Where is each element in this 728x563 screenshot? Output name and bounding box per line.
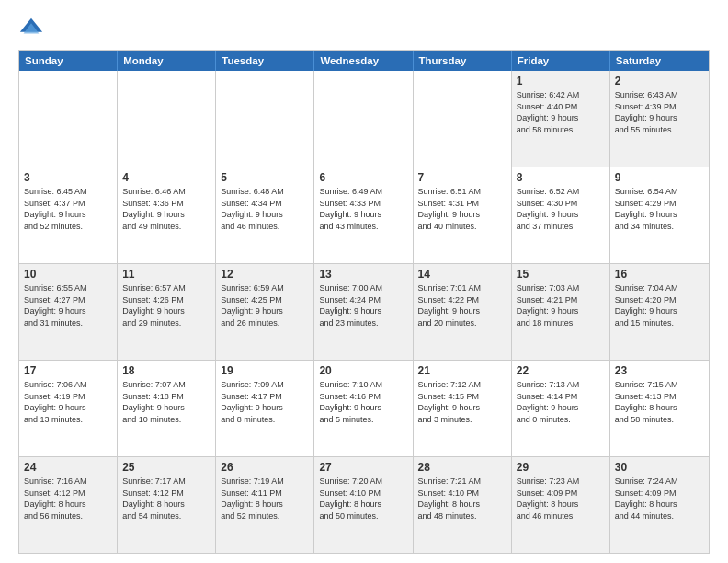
logo bbox=[18, 15, 48, 40]
cal-cell: 4Sunrise: 6:46 AM Sunset: 4:36 PM Daylig… bbox=[118, 167, 216, 263]
cal-cell: 30Sunrise: 7:24 AM Sunset: 4:09 PM Dayli… bbox=[610, 457, 709, 553]
cal-header-cell: Tuesday bbox=[216, 51, 314, 71]
cal-cell bbox=[118, 71, 216, 167]
cal-cell: 13Sunrise: 7:00 AM Sunset: 4:24 PM Dayli… bbox=[314, 264, 413, 360]
cal-cell: 29Sunrise: 7:23 AM Sunset: 4:09 PM Dayli… bbox=[512, 457, 610, 553]
cal-header-cell: Thursday bbox=[414, 51, 512, 71]
cell-content: Sunrise: 7:01 AM Sunset: 4:22 PM Dayligh… bbox=[418, 282, 506, 328]
day-number: 7 bbox=[418, 171, 506, 184]
day-number: 21 bbox=[418, 364, 506, 377]
cell-content: Sunrise: 7:23 AM Sunset: 4:09 PM Dayligh… bbox=[517, 476, 605, 522]
cell-content: Sunrise: 7:06 AM Sunset: 4:19 PM Dayligh… bbox=[24, 379, 112, 425]
day-number: 17 bbox=[24, 364, 112, 377]
day-number: 8 bbox=[517, 171, 605, 184]
cal-cell: 12Sunrise: 6:59 AM Sunset: 4:25 PM Dayli… bbox=[216, 264, 314, 360]
cal-cell: 1Sunrise: 6:42 AM Sunset: 4:40 PM Daylig… bbox=[512, 71, 610, 167]
cell-content: Sunrise: 7:17 AM Sunset: 4:12 PM Dayligh… bbox=[122, 476, 210, 522]
cal-row: 1Sunrise: 6:42 AM Sunset: 4:40 PM Daylig… bbox=[19, 71, 709, 167]
cal-cell: 28Sunrise: 7:21 AM Sunset: 4:10 PM Dayli… bbox=[414, 457, 512, 553]
cal-cell bbox=[216, 71, 314, 167]
logo-icon bbox=[18, 15, 44, 40]
cal-header-cell: Friday bbox=[512, 51, 610, 71]
cal-cell: 15Sunrise: 7:03 AM Sunset: 4:21 PM Dayli… bbox=[512, 264, 610, 360]
cal-cell: 27Sunrise: 7:20 AM Sunset: 4:10 PM Dayli… bbox=[314, 457, 413, 553]
day-number: 22 bbox=[517, 364, 605, 377]
cal-cell: 6Sunrise: 6:49 AM Sunset: 4:33 PM Daylig… bbox=[314, 167, 413, 263]
day-number: 9 bbox=[615, 171, 704, 184]
day-number: 14 bbox=[418, 268, 506, 281]
cal-cell: 23Sunrise: 7:15 AM Sunset: 4:13 PM Dayli… bbox=[610, 361, 709, 456]
cal-cell bbox=[414, 71, 512, 167]
cell-content: Sunrise: 6:55 AM Sunset: 4:27 PM Dayligh… bbox=[24, 282, 112, 328]
page: SundayMondayTuesdayWednesdayThursdayFrid… bbox=[0, 0, 728, 563]
cal-cell: 26Sunrise: 7:19 AM Sunset: 4:11 PM Dayli… bbox=[216, 457, 314, 553]
cell-content: Sunrise: 7:09 AM Sunset: 4:17 PM Dayligh… bbox=[221, 379, 309, 425]
cell-content: Sunrise: 7:10 AM Sunset: 4:16 PM Dayligh… bbox=[319, 379, 407, 425]
cell-content: Sunrise: 7:21 AM Sunset: 4:10 PM Dayligh… bbox=[418, 476, 506, 522]
cal-cell: 19Sunrise: 7:09 AM Sunset: 4:17 PM Dayli… bbox=[216, 361, 314, 456]
cell-content: Sunrise: 6:52 AM Sunset: 4:30 PM Dayligh… bbox=[517, 186, 605, 232]
day-number: 29 bbox=[517, 461, 605, 474]
cell-content: Sunrise: 7:07 AM Sunset: 4:18 PM Dayligh… bbox=[122, 379, 210, 425]
day-number: 19 bbox=[221, 364, 309, 377]
cell-content: Sunrise: 7:15 AM Sunset: 4:13 PM Dayligh… bbox=[615, 379, 704, 425]
day-number: 2 bbox=[615, 75, 704, 87]
cal-cell: 20Sunrise: 7:10 AM Sunset: 4:16 PM Dayli… bbox=[314, 361, 413, 456]
cal-cell: 2Sunrise: 6:43 AM Sunset: 4:39 PM Daylig… bbox=[610, 71, 709, 167]
cell-content: Sunrise: 6:49 AM Sunset: 4:33 PM Dayligh… bbox=[319, 186, 407, 232]
cal-cell: 5Sunrise: 6:48 AM Sunset: 4:34 PM Daylig… bbox=[216, 167, 314, 263]
day-number: 30 bbox=[615, 461, 704, 474]
day-number: 28 bbox=[418, 461, 506, 474]
cal-cell bbox=[314, 71, 413, 167]
day-number: 5 bbox=[221, 171, 309, 184]
cal-cell: 8Sunrise: 6:52 AM Sunset: 4:30 PM Daylig… bbox=[512, 167, 610, 263]
day-number: 1 bbox=[517, 75, 605, 87]
day-number: 18 bbox=[122, 364, 210, 377]
header bbox=[18, 15, 710, 40]
cal-cell: 17Sunrise: 7:06 AM Sunset: 4:19 PM Dayli… bbox=[19, 361, 118, 456]
cal-header-cell: Monday bbox=[118, 51, 216, 71]
cell-content: Sunrise: 6:54 AM Sunset: 4:29 PM Dayligh… bbox=[615, 186, 704, 232]
cell-content: Sunrise: 7:00 AM Sunset: 4:24 PM Dayligh… bbox=[319, 282, 407, 328]
day-number: 13 bbox=[319, 268, 407, 281]
day-number: 12 bbox=[221, 268, 309, 281]
calendar: SundayMondayTuesdayWednesdayThursdayFrid… bbox=[18, 50, 710, 554]
cell-content: Sunrise: 6:51 AM Sunset: 4:31 PM Dayligh… bbox=[418, 186, 506, 232]
cell-content: Sunrise: 7:04 AM Sunset: 4:20 PM Dayligh… bbox=[615, 282, 704, 328]
cell-content: Sunrise: 6:57 AM Sunset: 4:26 PM Dayligh… bbox=[122, 282, 210, 328]
cal-cell: 24Sunrise: 7:16 AM Sunset: 4:12 PM Dayli… bbox=[19, 457, 118, 553]
day-number: 25 bbox=[122, 461, 210, 474]
cal-cell: 3Sunrise: 6:45 AM Sunset: 4:37 PM Daylig… bbox=[19, 167, 118, 263]
calendar-header: SundayMondayTuesdayWednesdayThursdayFrid… bbox=[19, 51, 709, 71]
cell-content: Sunrise: 6:42 AM Sunset: 4:40 PM Dayligh… bbox=[517, 89, 605, 135]
cal-header-cell: Saturday bbox=[610, 51, 709, 71]
cal-cell: 7Sunrise: 6:51 AM Sunset: 4:31 PM Daylig… bbox=[414, 167, 512, 263]
cal-row: 24Sunrise: 7:16 AM Sunset: 4:12 PM Dayli… bbox=[19, 456, 709, 553]
cal-row: 17Sunrise: 7:06 AM Sunset: 4:19 PM Dayli… bbox=[19, 360, 709, 456]
cell-content: Sunrise: 6:45 AM Sunset: 4:37 PM Dayligh… bbox=[24, 186, 112, 232]
day-number: 26 bbox=[221, 461, 309, 474]
day-number: 23 bbox=[615, 364, 704, 377]
cal-header-cell: Sunday bbox=[19, 51, 118, 71]
cal-cell bbox=[19, 71, 118, 167]
day-number: 6 bbox=[319, 171, 407, 184]
day-number: 24 bbox=[24, 461, 112, 474]
day-number: 3 bbox=[24, 171, 112, 184]
cell-content: Sunrise: 7:16 AM Sunset: 4:12 PM Dayligh… bbox=[24, 476, 112, 522]
day-number: 16 bbox=[615, 268, 704, 281]
cal-row: 10Sunrise: 6:55 AM Sunset: 4:27 PM Dayli… bbox=[19, 263, 709, 360]
calendar-body: 1Sunrise: 6:42 AM Sunset: 4:40 PM Daylig… bbox=[19, 71, 709, 553]
day-number: 20 bbox=[319, 364, 407, 377]
day-number: 27 bbox=[319, 461, 407, 474]
cal-cell: 18Sunrise: 7:07 AM Sunset: 4:18 PM Dayli… bbox=[118, 361, 216, 456]
cell-content: Sunrise: 7:20 AM Sunset: 4:10 PM Dayligh… bbox=[319, 476, 407, 522]
cal-cell: 22Sunrise: 7:13 AM Sunset: 4:14 PM Dayli… bbox=[512, 361, 610, 456]
cell-content: Sunrise: 6:48 AM Sunset: 4:34 PM Dayligh… bbox=[221, 186, 309, 232]
cell-content: Sunrise: 7:24 AM Sunset: 4:09 PM Dayligh… bbox=[615, 476, 704, 522]
cal-cell: 25Sunrise: 7:17 AM Sunset: 4:12 PM Dayli… bbox=[118, 457, 216, 553]
cal-cell: 10Sunrise: 6:55 AM Sunset: 4:27 PM Dayli… bbox=[19, 264, 118, 360]
cell-content: Sunrise: 6:46 AM Sunset: 4:36 PM Dayligh… bbox=[122, 186, 210, 232]
cal-cell: 21Sunrise: 7:12 AM Sunset: 4:15 PM Dayli… bbox=[414, 361, 512, 456]
cal-cell: 11Sunrise: 6:57 AM Sunset: 4:26 PM Dayli… bbox=[118, 264, 216, 360]
cal-cell: 9Sunrise: 6:54 AM Sunset: 4:29 PM Daylig… bbox=[610, 167, 709, 263]
